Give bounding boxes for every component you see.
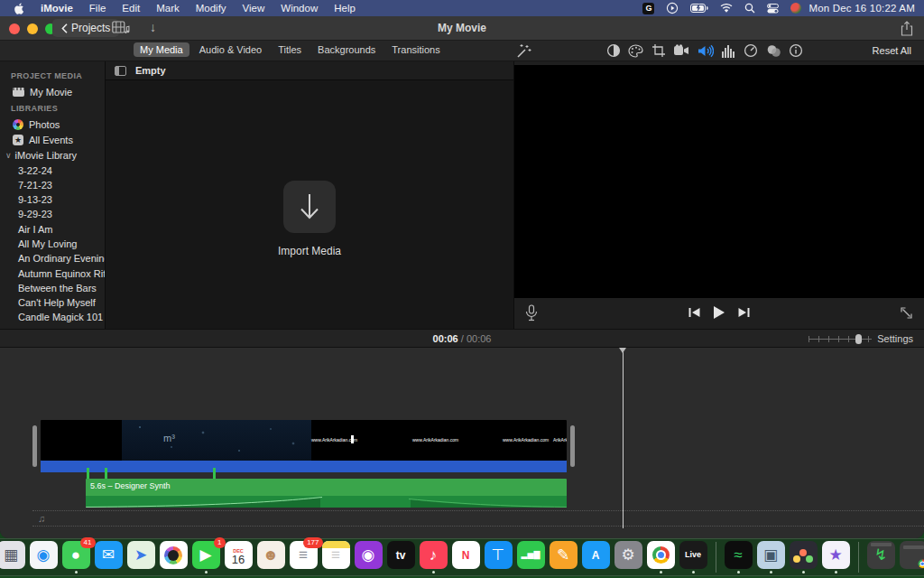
dock-item-minimized-chrome-window[interactable] xyxy=(899,541,924,573)
menu-item-view[interactable]: View xyxy=(235,3,273,14)
tab-titles[interactable]: Titles xyxy=(272,42,308,57)
timeline-settings-button[interactable]: Settings xyxy=(877,333,913,344)
skip-forward-button[interactable] xyxy=(738,307,751,318)
launchpad-icon[interactable]: ▦ xyxy=(0,541,25,569)
sidebar-event[interactable]: Autumn Equinox Rit... xyxy=(0,266,105,280)
mail-icon[interactable]: ✉ xyxy=(95,541,123,569)
color-palette-icon[interactable] xyxy=(628,44,643,58)
tab-my-media[interactable]: My Media xyxy=(134,42,189,57)
menu-item-edit[interactable]: Edit xyxy=(114,3,148,14)
dock-item-maps[interactable]: ➤ xyxy=(126,541,156,573)
sidebar-item-all-events[interactable]: ★ All Events xyxy=(0,132,105,147)
safari-icon[interactable]: ◉ xyxy=(30,541,58,569)
spotlight-icon[interactable] xyxy=(744,3,755,14)
dock-item-ableton-live[interactable]: Live xyxy=(679,541,708,573)
dock-item-news[interactable]: N xyxy=(451,541,481,573)
control-center-icon[interactable] xyxy=(767,4,779,14)
video-clip-audio-bar[interactable] xyxy=(41,461,567,472)
dock-item-safari[interactable]: ◉ xyxy=(29,541,59,573)
sidebar-event[interactable]: An Ordinary Evening xyxy=(0,251,105,266)
dock-item-photo-browser[interactable]: ▣ xyxy=(756,541,786,573)
minimized-chrome-window-icon[interactable] xyxy=(900,541,924,569)
timeline-area[interactable]: m³ www.ArikArkadian.com www.ArikArkadian… xyxy=(0,348,924,538)
dock-item-pages[interactable]: ✎ xyxy=(549,541,578,573)
apple-tv-icon[interactable]: tv xyxy=(387,541,415,569)
dock-item-minimized-window[interactable]: ↯ xyxy=(866,541,896,573)
dock-item-star-app[interactable]: ★ xyxy=(821,541,851,573)
sidebar-event[interactable]: 7-21-23 xyxy=(0,177,105,191)
profile-icon[interactable] xyxy=(790,3,801,14)
close-button[interactable] xyxy=(9,23,20,34)
notes-icon[interactable]: ≡ xyxy=(322,541,350,569)
dock-item-launchpad[interactable]: ▦ xyxy=(0,541,26,573)
star-app-icon[interactable]: ★ xyxy=(822,541,850,569)
tab-audio-video[interactable]: Audio & Video xyxy=(193,42,269,57)
playhead[interactable] xyxy=(623,348,624,528)
projects-back-button[interactable]: Projects xyxy=(52,19,119,37)
menu-item-mark[interactable]: Mark xyxy=(148,3,188,14)
share-icon[interactable] xyxy=(901,21,913,36)
reset-all-button[interactable]: Reset All xyxy=(873,45,911,56)
tab-transitions[interactable]: Transitions xyxy=(385,42,446,57)
voiceover-mic-icon[interactable] xyxy=(525,304,538,322)
sidebar-event[interactable]: All My Loving xyxy=(0,236,105,250)
sidebar-event[interactable]: 3-22-24 xyxy=(0,163,105,177)
skip-back-button[interactable] xyxy=(688,307,701,318)
color-balance-icon[interactable] xyxy=(606,43,621,58)
system-settings-icon[interactable]: ⚙ xyxy=(614,541,642,569)
video-clip-filmstrip[interactable]: m³ www.ArikArkadian.com www.ArikArkadian… xyxy=(41,420,567,461)
podcasts-icon[interactable]: ◉ xyxy=(355,541,383,569)
tab-backgrounds[interactable]: Backgrounds xyxy=(311,42,382,57)
chevron-down-icon[interactable]: ∨ xyxy=(5,151,12,160)
maps-icon[interactable]: ➤ xyxy=(127,541,155,569)
sidebar-item-photos[interactable]: Photos xyxy=(0,117,105,132)
import-media-toolbar-icon[interactable]: ↓ xyxy=(150,20,156,34)
dock-item-apple-tv[interactable]: tv xyxy=(386,541,416,573)
numbers-icon[interactable]: ▂▅▇ xyxy=(517,541,545,569)
wifi-icon[interactable] xyxy=(720,4,733,14)
dock-item-podcasts[interactable]: ◉ xyxy=(354,541,383,573)
calendar-icon[interactable]: DEC16 xyxy=(225,541,253,569)
sidebar-event[interactable]: Candle Magick 101 xyxy=(0,310,105,324)
reminders-icon[interactable]: ≡177 xyxy=(290,541,318,569)
dock-item-notes[interactable]: ≡ xyxy=(321,541,351,573)
background-music-clip[interactable]: 5.6s – Designer Synth xyxy=(86,479,567,508)
background-music-well[interactable]: ♫ xyxy=(32,510,924,527)
video-preview[interactable] xyxy=(514,65,924,298)
menubar-clock[interactable]: Mon Dec 16 10:22 AM xyxy=(808,3,915,14)
clip-trim-handle-right[interactable] xyxy=(570,425,575,467)
menu-item-help[interactable]: Help xyxy=(326,3,364,14)
sidebar-event[interactable]: Air I Am xyxy=(0,221,105,236)
news-icon[interactable]: N xyxy=(452,541,480,569)
app-store-icon[interactable]: A xyxy=(582,541,610,569)
info-icon[interactable] xyxy=(789,43,803,58)
crop-icon[interactable] xyxy=(651,43,666,58)
sidebar-item-imovie-library[interactable]: ∨ iMovie Library xyxy=(0,147,105,163)
sidebar-event[interactable]: Between the Bars xyxy=(0,280,105,294)
pane-toggle-icon[interactable] xyxy=(115,66,126,76)
sidebar-event[interactable]: 9-13-23 xyxy=(0,192,105,207)
dock-item-davinci-resolve[interactable] xyxy=(789,541,818,573)
menu-item-modify[interactable]: Modify xyxy=(188,3,235,14)
music-icon[interactable]: ♪ xyxy=(420,541,448,569)
import-media-button[interactable] xyxy=(283,181,336,233)
g-hub-icon[interactable]: G xyxy=(642,3,654,14)
dock-item-music[interactable]: ♪ xyxy=(419,541,448,573)
ableton-live-icon[interactable]: Live xyxy=(679,541,707,569)
volume-speaker-icon[interactable] xyxy=(698,44,714,58)
messages-icon[interactable]: ●41 xyxy=(62,541,90,569)
minimize-button[interactable] xyxy=(27,23,38,34)
dock-item-calendar[interactable]: DEC16 xyxy=(224,541,254,573)
noise-equalizer-icon[interactable] xyxy=(721,44,736,58)
dock-item-keynote[interactable]: ⊤ xyxy=(484,541,513,573)
battery-icon[interactable] xyxy=(690,4,708,13)
menu-item-file[interactable]: File xyxy=(81,3,115,14)
keynote-icon[interactable]: ⊤ xyxy=(485,541,513,569)
photo-browser-icon[interactable]: ▣ xyxy=(757,541,785,569)
menu-item-imovie[interactable]: iMovie xyxy=(32,3,81,14)
dock-item-photos[interactable] xyxy=(159,541,189,573)
slider-thumb[interactable] xyxy=(855,334,862,344)
stabilization-camera-icon[interactable] xyxy=(673,44,689,57)
contacts-icon[interactable]: ☻ xyxy=(257,541,285,569)
davinci-resolve-icon[interactable] xyxy=(790,541,818,569)
